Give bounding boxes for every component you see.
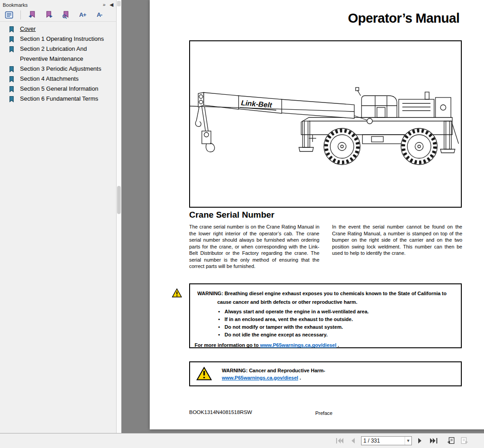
p65-warnings-link[interactable]: www.P65warnings.ca.gov/diesel xyxy=(260,342,336,348)
bookmark-item-section-5[interactable]: Section 5 General Information xyxy=(3,84,114,94)
next-view-icon[interactable] xyxy=(460,436,469,446)
bookmark-item-section-4[interactable]: Section 4 Attachments xyxy=(3,74,114,84)
more-info-text: For more information go to xyxy=(195,342,260,348)
serial-number-heading: Crane Serial Number xyxy=(189,210,274,220)
toolbar-separator xyxy=(20,10,21,19)
bookmarks-panel-title: Bookmarks xyxy=(3,2,28,8)
next-page-icon[interactable] xyxy=(415,436,425,446)
page-footer-label: Preface xyxy=(315,410,332,416)
last-page-icon[interactable] xyxy=(428,436,438,446)
bookmark-label: Section 4 Attachments xyxy=(20,75,78,82)
bookmark-label: Section 3 Periodic Adjustments xyxy=(20,65,101,72)
decrease-text-size-icon[interactable]: A- xyxy=(94,10,105,20)
warning-bullet: Do not modify or tamper with the exhaust… xyxy=(217,324,455,330)
warning-triangle-icon xyxy=(196,367,212,381)
bookmark-options-icon[interactable] xyxy=(4,10,15,20)
first-page-icon[interactable] xyxy=(335,436,345,446)
page-navigation: ▼ xyxy=(335,433,469,448)
bookmark-label: Section 1 Operating Instructions xyxy=(20,35,104,42)
bottom-toolbar: ▼ xyxy=(0,433,484,448)
bookmarks-panel: Bookmarks » ◀ A+ A- Cove xyxy=(0,0,117,433)
warning-bullet: If in an enclosed area, vent the exhaust… xyxy=(217,317,455,322)
next-bookmark-icon[interactable] xyxy=(44,10,54,20)
serial-text-column-1: The crane serial number is on the Crane … xyxy=(189,224,319,270)
diesel-exhaust-warning-box: WARNING: Breathing diesel engine exhaust… xyxy=(189,283,462,348)
warning-bullet-list: Always start and operate the engine in a… xyxy=(217,309,455,338)
page-title: Operator’s Manual xyxy=(348,11,460,26)
cancer-warning-box: WARNING: Cancer and Reproductive Harm- w… xyxy=(189,361,462,386)
bookmark-flag-icon xyxy=(8,46,15,56)
previous-bookmark-icon[interactable] xyxy=(27,10,38,20)
warning-text: Breathing diesel engine exhaust exposes … xyxy=(217,291,447,305)
document-area: Operator’s Manual xyxy=(122,0,484,433)
increase-text-size-icon[interactable]: A+ xyxy=(77,10,88,20)
warning-more-info: For more information go to www.P65warnin… xyxy=(195,342,455,348)
bookmark-item-section-2[interactable]: Section 2 Lubrication And Preventive Mai… xyxy=(3,44,114,64)
goto-current-bookmark-icon[interactable] xyxy=(60,10,71,20)
book-number: BOOK1314N4081518RSW xyxy=(189,409,252,415)
p65-warnings-link[interactable]: www.P65warnings.ca.gov/diesel xyxy=(222,375,298,380)
bookmark-label: Section 2 Lubrication And Preventive Mai… xyxy=(20,45,87,62)
pdf-reader-window: Bookmarks » ◀ A+ A- Cove xyxy=(0,0,484,448)
previous-view-icon[interactable] xyxy=(446,436,456,446)
page-number-input[interactable] xyxy=(362,438,405,444)
bookmark-label: Cover xyxy=(20,25,36,32)
crane-figure: Link-Belt xyxy=(189,40,462,208)
warning-bullet: Do not idle the engine except as necessa… xyxy=(217,332,455,338)
warning-label: WARNING: xyxy=(222,368,248,373)
warning-label: WARNING: xyxy=(197,291,223,296)
bookmark-label: Section 5 General Information xyxy=(20,85,98,92)
warning-paragraph: WARNING: Breathing diesel engine exhaust… xyxy=(195,288,455,305)
warning-bullet: Always start and operate the engine in a… xyxy=(217,309,455,315)
bookmarks-panel-header: Bookmarks » ◀ xyxy=(0,0,116,8)
collapse-panel-icon[interactable]: ◀ xyxy=(110,2,113,7)
warning-suffix: . xyxy=(298,375,301,380)
bookmark-item-section-3[interactable]: Section 3 Periodic Adjustments xyxy=(3,64,114,74)
view-history-buttons xyxy=(446,436,469,446)
warning-text: Cancer and Reproductive Harm- xyxy=(249,368,325,373)
pdf-page: Operator’s Manual xyxy=(150,0,484,429)
crane-drawing: Link-Belt xyxy=(190,41,461,207)
scrollbar-cap xyxy=(117,1,121,6)
dropdown-arrow-icon[interactable]: ▼ xyxy=(405,437,411,445)
warning-text-block: WARNING: Cancer and Reproductive Harm- w… xyxy=(222,367,325,381)
bookmark-item-section-1[interactable]: Section 1 Operating Instructions xyxy=(3,34,114,44)
page-number-combobox: ▼ xyxy=(361,436,412,445)
bookmark-label: Section 6 Fundamental Terms xyxy=(20,95,98,102)
serial-text-column-2: In the event the serial number cannot be… xyxy=(332,224,462,270)
more-info-suffix: . xyxy=(337,342,339,348)
previous-page-icon[interactable] xyxy=(348,436,358,446)
bookmark-item-section-6[interactable]: Section 6 Fundamental Terms xyxy=(3,94,114,104)
bookmarks-toolbar: A+ A- xyxy=(0,8,116,22)
sidebar-scrollbar[interactable] xyxy=(117,0,122,433)
expand-panel-icon[interactable]: » xyxy=(103,2,105,7)
serial-number-text: The crane serial number is on the Crane … xyxy=(189,224,462,270)
scrollbar-thumb[interactable] xyxy=(117,186,121,214)
bookmark-flag-icon xyxy=(8,96,15,106)
bookmark-tree: Cover Section 1 Operating Instructions S… xyxy=(0,22,116,104)
bookmark-item-cover[interactable]: Cover xyxy=(3,24,114,34)
